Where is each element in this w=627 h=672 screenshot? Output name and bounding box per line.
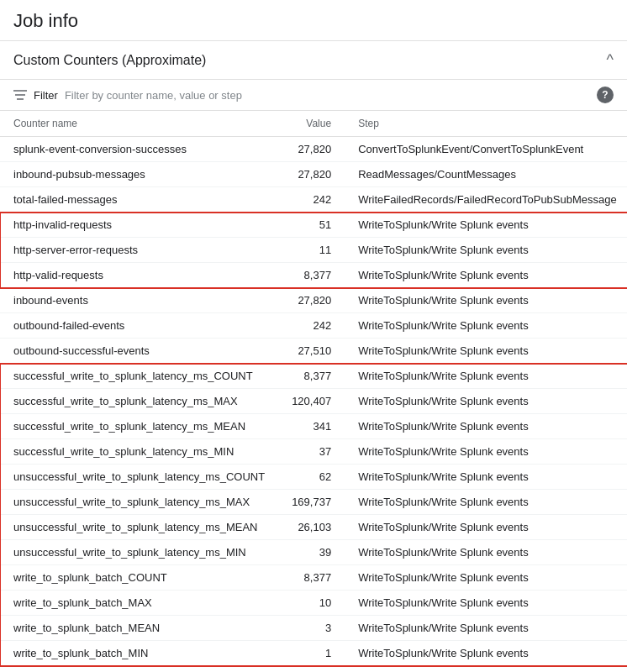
counter-step-cell: WriteToSplunk/Write Splunk events [345, 238, 627, 263]
counter-name-cell: inbound-events [0, 288, 278, 313]
counter-name-cell: http-server-error-requests [0, 238, 278, 263]
table-row: http-invalid-requests51WriteToSplunk/Wri… [0, 213, 627, 238]
counter-name-cell: successful_write_to_splunk_latency_ms_CO… [0, 364, 278, 389]
counter-step-cell: WriteToSplunk/Write Splunk events [345, 565, 627, 591]
counter-step-cell: WriteToSplunk/Write Splunk events [345, 515, 627, 540]
filter-icon [13, 89, 27, 101]
counter-value-cell: 51 [278, 213, 345, 238]
table-row: successful_write_to_splunk_latency_ms_ME… [0, 414, 627, 439]
table-row: write_to_splunk_batch_MAX10WriteToSplunk… [0, 591, 627, 616]
counter-name-cell: write_to_splunk_batch_MIN [0, 641, 278, 666]
counter-value-cell: 27,510 [278, 339, 345, 364]
counter-value-cell: 62 [278, 465, 345, 490]
table-row: write_to_splunk_batch_COUNT8,377WriteToS… [0, 565, 627, 591]
counter-value-cell: 341 [278, 414, 345, 439]
counter-step-cell: WriteToSplunk/Write Splunk events [345, 616, 627, 641]
counter-name-cell: unsuccessful_write_to_splunk_latency_ms_… [0, 490, 278, 515]
counter-step-cell: WriteToSplunk/Write Splunk events [345, 591, 627, 616]
collapse-button[interactable]: ^ [607, 51, 614, 69]
counter-value-cell: 3 [278, 616, 345, 641]
counter-name-cell: http-valid-requests [0, 263, 278, 288]
table-row: unsuccessful_write_to_splunk_latency_ms_… [0, 540, 627, 565]
help-icon[interactable]: ? [597, 87, 614, 103]
table-row: write_to_splunk_batch_MEAN3WriteToSplunk… [0, 616, 627, 641]
table-row: inbound-events27,820WriteToSplunk/Write … [0, 288, 627, 313]
table-row: outbound-successful-events27,510WriteToS… [0, 339, 627, 364]
counter-value-cell: 27,820 [278, 137, 345, 162]
counter-name-cell: unsuccessful_write_to_splunk_latency_ms_… [0, 515, 278, 540]
counter-step-cell: WriteToSplunk/Write Splunk events [345, 414, 627, 439]
counter-step-cell: WriteToSplunk/Write Splunk events [345, 288, 627, 313]
table-row: write_to_splunk_batch_MIN1WriteToSplunk/… [0, 641, 627, 666]
filter-label: Filter [34, 89, 58, 102]
table-header-row: Counter name Value Step [0, 111, 627, 137]
counter-step-cell: WriteToSplunk/Write Splunk events [345, 641, 627, 666]
counter-value-cell: 8,377 [278, 263, 345, 288]
counter-step-cell: WriteToSplunk/Write Splunk events [345, 490, 627, 515]
col-header-step: Step [345, 111, 627, 137]
counter-step-cell: WriteToSplunk/Write Splunk events [345, 465, 627, 490]
counter-name-cell: write_to_splunk_batch_MEAN [0, 616, 278, 641]
table-row: splunk-event-conversion-successes27,820C… [0, 137, 627, 162]
table-row: unsuccessful_write_to_splunk_latency_ms_… [0, 465, 627, 490]
table-row: successful_write_to_splunk_latency_ms_MI… [0, 439, 627, 465]
section-header: Custom Counters (Approximate) ^ [0, 41, 627, 80]
counter-step-cell: WriteToSplunk/Write Splunk events [345, 364, 627, 389]
table-row: inbound-pubsub-messages27,820ReadMessage… [0, 162, 627, 187]
table-body: splunk-event-conversion-successes27,820C… [0, 137, 627, 666]
counter-value-cell: 11 [278, 238, 345, 263]
table-row: http-server-error-requests11WriteToSplun… [0, 238, 627, 263]
table-row: outbound-failed-events242WriteToSplunk/W… [0, 313, 627, 339]
counter-value-cell: 39 [278, 540, 345, 565]
counter-value-cell: 120,407 [278, 389, 345, 414]
table-row: successful_write_to_splunk_latency_ms_MA… [0, 389, 627, 414]
counter-step-cell: WriteToSplunk/Write Splunk events [345, 540, 627, 565]
col-header-name: Counter name [0, 111, 278, 137]
counter-value-cell: 26,103 [278, 515, 345, 540]
counter-name-cell: successful_write_to_splunk_latency_ms_ME… [0, 414, 278, 439]
section-title: Custom Counters (Approximate) [13, 53, 206, 68]
counter-value-cell: 10 [278, 591, 345, 616]
counter-value-cell: 27,820 [278, 162, 345, 187]
counter-name-cell: unsuccessful_write_to_splunk_latency_ms_… [0, 465, 278, 490]
page-title: Job info [0, 0, 627, 41]
counter-step-cell: WriteToSplunk/Write Splunk events [345, 439, 627, 465]
counter-value-cell: 8,377 [278, 565, 345, 591]
counter-step-cell: WriteToSplunk/Write Splunk events [345, 213, 627, 238]
counter-name-cell: write_to_splunk_batch_COUNT [0, 565, 278, 591]
counter-value-cell: 37 [278, 439, 345, 465]
counter-step-cell: ReadMessages/CountMessages [345, 162, 627, 187]
counter-name-cell: outbound-failed-events [0, 313, 278, 339]
counter-step-cell: WriteToSplunk/Write Splunk events [345, 389, 627, 414]
counter-name-cell: inbound-pubsub-messages [0, 162, 278, 187]
counter-step-cell: WriteToSplunk/Write Splunk events [345, 313, 627, 339]
counter-value-cell: 27,820 [278, 288, 345, 313]
counters-table: Counter name Value Step splunk-event-con… [0, 111, 627, 666]
counter-value-cell: 169,737 [278, 490, 345, 515]
counter-value-cell: 242 [278, 313, 345, 339]
table-row: http-valid-requests8,377WriteToSplunk/Wr… [0, 263, 627, 288]
filter-placeholder[interactable]: Filter by counter name, value or step [65, 89, 590, 102]
counter-value-cell: 242 [278, 187, 345, 213]
counter-name-cell: write_to_splunk_batch_MAX [0, 591, 278, 616]
counter-name-cell: successful_write_to_splunk_latency_ms_MA… [0, 389, 278, 414]
counter-step-cell: ConvertToSplunkEvent/ConvertToSplunkEven… [345, 137, 627, 162]
counter-name-cell: outbound-successful-events [0, 339, 278, 364]
counter-step-cell: WriteToSplunk/Write Splunk events [345, 339, 627, 364]
counter-name-cell: http-invalid-requests [0, 213, 278, 238]
counter-name-cell: splunk-event-conversion-successes [0, 137, 278, 162]
table-row: successful_write_to_splunk_latency_ms_CO… [0, 364, 627, 389]
table-row: unsuccessful_write_to_splunk_latency_ms_… [0, 515, 627, 540]
table-container: Counter name Value Step splunk-event-con… [0, 111, 627, 666]
col-header-value: Value [278, 111, 345, 137]
counter-name-cell: total-failed-messages [0, 187, 278, 213]
filter-bar: Filter Filter by counter name, value or … [0, 80, 627, 111]
counter-value-cell: 8,377 [278, 364, 345, 389]
counter-step-cell: WriteFailedRecords/FailedRecordToPubSubM… [345, 187, 627, 213]
counter-name-cell: successful_write_to_splunk_latency_ms_MI… [0, 439, 278, 465]
table-row: total-failed-messages242WriteFailedRecor… [0, 187, 627, 213]
table-footer: Rows per page: 50 ▼ 1 – 21 of 21 ‹ › [0, 666, 627, 672]
table-row: unsuccessful_write_to_splunk_latency_ms_… [0, 490, 627, 515]
counter-step-cell: WriteToSplunk/Write Splunk events [345, 263, 627, 288]
counter-value-cell: 1 [278, 641, 345, 666]
